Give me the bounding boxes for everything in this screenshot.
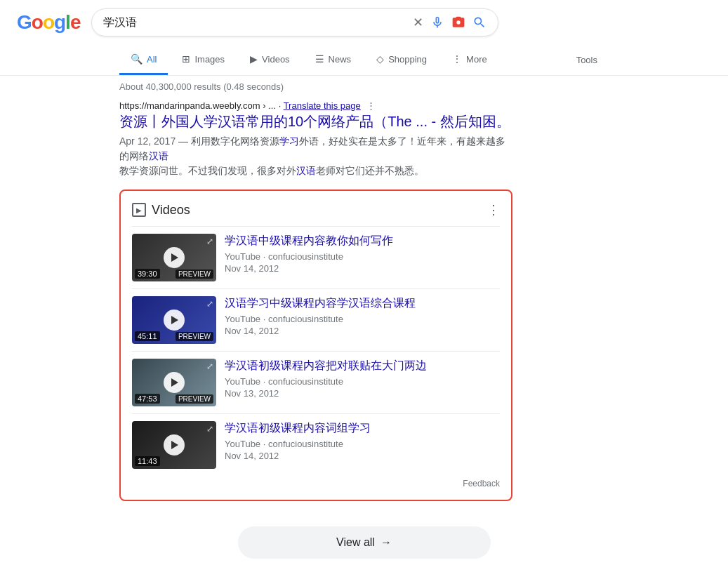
snippet-text2: 外语，好处实在是太多了！近年来，有越来越多的网络 (119, 135, 505, 161)
images-icon: ⊞ (182, 53, 190, 65)
result-snippet: Apr 12, 2017 — 利用数字化网络资源学习外语，好处实在是太多了！近年… (119, 134, 512, 178)
tab-videos-label: Videos (262, 54, 290, 65)
clear-button[interactable]: ✕ (413, 15, 423, 30)
header: Google ✕ (0, 0, 728, 45)
nav-tabs: 🔍 All ⊞ Images ▶ Videos ☰ News ◇ Shoppin… (0, 45, 728, 76)
search-results: https://mandarinpanda.weebly.com › ... ·… (0, 98, 632, 515)
videos-more-button[interactable]: ⋮ (487, 202, 500, 218)
video-source-3: YouTube (225, 376, 260, 387)
video-date-2: Nov 14, 2012 (225, 326, 500, 336)
snippet-date: Apr 12, 2017 (119, 135, 176, 147)
video-source-1: YouTube (225, 251, 260, 262)
search-button[interactable] (472, 15, 487, 29)
expand-icon-3: ⤢ (206, 361, 213, 371)
tab-images-label: Images (194, 54, 225, 65)
search-input[interactable] (103, 16, 406, 29)
video-date-3: Nov 13, 2012 (225, 388, 500, 399)
video-item-3: 47:53 PREVIEW ⤢ 学汉语初级课程内容把对联贴在大门两边 YouTu… (132, 351, 500, 413)
all-icon: 🔍 (131, 53, 143, 65)
tab-more[interactable]: ⋮ More (441, 45, 498, 75)
snippet-highlight1: 学习 (279, 135, 299, 147)
preview-label-2: PREVIEW (176, 332, 213, 341)
logo-letter-l: l (65, 11, 70, 33)
snippet-text4: 老师对它们还并不熟悉。 (316, 165, 424, 176)
shopping-icon: ◇ (376, 53, 384, 65)
view-all-container: View all → (0, 515, 728, 565)
tab-images[interactable]: ⊞ Images (171, 45, 236, 75)
video-thumb-1[interactable]: 39:30 PREVIEW ⤢ (132, 234, 216, 281)
snippet-highlight3: 汉语 (296, 165, 316, 176)
video-source-4: YouTube (225, 439, 260, 449)
logo-letter-e: e (70, 11, 81, 33)
video-thumb-3[interactable]: 47:53 PREVIEW ⤢ (132, 359, 216, 406)
video-info-2: 汉语学习中级课程内容学汉语综合课程 YouTube · confuciousin… (225, 296, 500, 336)
tools-button[interactable]: Tools (565, 46, 609, 74)
video-channel-4: confuciousinstitute (268, 439, 343, 449)
result-url: https://mandarinpanda.weebly.com › ... ·… (119, 100, 512, 111)
search-action-icons: ✕ (413, 15, 487, 30)
play-button-1[interactable] (164, 247, 185, 268)
tab-all[interactable]: 🔍 All (119, 45, 168, 75)
preview-label-1: PREVIEW (176, 270, 213, 279)
snippet-highlight2: 汉语 (149, 150, 168, 161)
videos-section-icon: ▶ (132, 203, 146, 217)
result-options-icon[interactable]: ⋮ (366, 100, 376, 111)
snippet-dash: — 利用数字化网络资源 (178, 135, 279, 147)
video-duration-4: 11:43 (135, 456, 160, 466)
play-button-4[interactable] (164, 434, 185, 456)
result-title[interactable]: 资源丨外国人学汉语常用的10个网络产品（The ... - 然后知困。 (119, 112, 512, 131)
expand-icon-4: ⤢ (206, 424, 213, 434)
video-info-3: 学汉语初级课程内容把对联贴在大门两边 YouTube · confuciousi… (225, 359, 500, 399)
google-logo: Google (17, 11, 80, 34)
video-item-2: 45:11 PREVIEW ⤢ 汉语学习中级课程内容学汉语综合课程 YouTub… (132, 288, 500, 351)
feedback-label[interactable]: Feedback (132, 479, 500, 488)
news-icon: ☰ (315, 53, 324, 65)
voice-search-button[interactable] (430, 15, 444, 29)
first-result: https://mandarinpanda.weebly.com › ... ·… (119, 100, 512, 178)
tab-all-label: All (147, 54, 157, 65)
view-all-label: View all (336, 536, 375, 549)
view-all-button[interactable]: View all → (238, 526, 491, 559)
result-url-text: https://mandarinpanda.weebly.com › ... ·… (119, 100, 361, 111)
expand-icon-2: ⤢ (206, 299, 213, 309)
videos-header: ▶ Videos ⋮ (132, 202, 500, 218)
video-duration-3: 47:53 (135, 394, 160, 404)
tab-videos[interactable]: ▶ Videos (239, 45, 301, 75)
tab-news-label: News (329, 54, 352, 65)
video-channel-3: confuciousinstitute (268, 376, 343, 387)
videos-box: ▶ Videos ⋮ 39:30 PREVIEW ⤢ 学汉语中级课程内容教你如何… (119, 190, 512, 501)
video-item-4: 11:43 ⤢ 学汉语初级课程内容词组学习 YouTube · confucio… (132, 413, 500, 476)
video-thumb-2[interactable]: 45:11 PREVIEW ⤢ (132, 296, 216, 344)
video-channel-1: confuciousinstitute (268, 251, 343, 262)
video-meta-4: YouTube · confuciousinstitute (225, 439, 500, 449)
results-info: About 40,300,000 results (0.48 seconds) (0, 76, 728, 98)
snippet-text3: 教学资源问世。不过我们发现，很多对外 (119, 165, 296, 176)
video-meta-3: YouTube · confuciousinstitute (225, 376, 500, 387)
search-bar: ✕ (91, 8, 498, 36)
tab-shopping[interactable]: ◇ Shopping (365, 45, 438, 75)
video-title-1[interactable]: 学汉语中级课程内容教你如何写作 (225, 234, 500, 248)
expand-icon-1: ⤢ (206, 237, 213, 246)
play-button-3[interactable] (164, 372, 185, 393)
video-date-1: Nov 14, 2012 (225, 263, 500, 274)
logo-letter-g2: g (54, 11, 65, 33)
video-title-2[interactable]: 汉语学习中级课程内容学汉语综合课程 (225, 296, 500, 311)
video-title-4[interactable]: 学汉语初级课程内容词组学习 (225, 421, 500, 436)
tab-news[interactable]: ☰ News (304, 45, 363, 75)
video-item-1: 39:30 PREVIEW ⤢ 学汉语中级课程内容教你如何写作 YouTube … (132, 226, 500, 288)
videos-icon: ▶ (250, 53, 258, 65)
camera-search-button[interactable] (451, 15, 465, 29)
video-info-1: 学汉语中级课程内容教你如何写作 YouTube · confuciousinst… (225, 234, 500, 274)
logo-letter-o1: o (32, 11, 43, 33)
video-thumb-4[interactable]: 11:43 ⤢ (132, 421, 216, 469)
play-button-2[interactable] (164, 310, 185, 331)
more-icon: ⋮ (452, 53, 462, 65)
video-title-3[interactable]: 学汉语初级课程内容把对联贴在大门两边 (225, 359, 500, 373)
view-all-arrow: → (380, 536, 392, 549)
video-meta-1: YouTube · confuciousinstitute (225, 251, 500, 262)
video-channel-2: confuciousinstitute (268, 314, 343, 324)
tab-shopping-label: Shopping (388, 54, 427, 65)
videos-section-title: Videos (152, 203, 190, 218)
video-duration-1: 39:30 (135, 269, 160, 279)
video-duration-2: 45:11 (135, 331, 160, 341)
